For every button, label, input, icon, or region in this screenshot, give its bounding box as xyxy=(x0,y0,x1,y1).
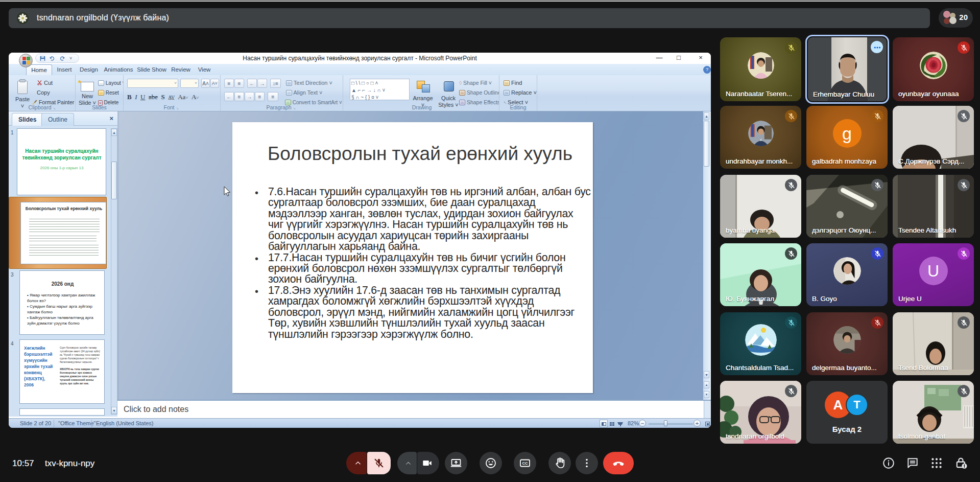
svg-text:CC: CC xyxy=(522,461,528,466)
